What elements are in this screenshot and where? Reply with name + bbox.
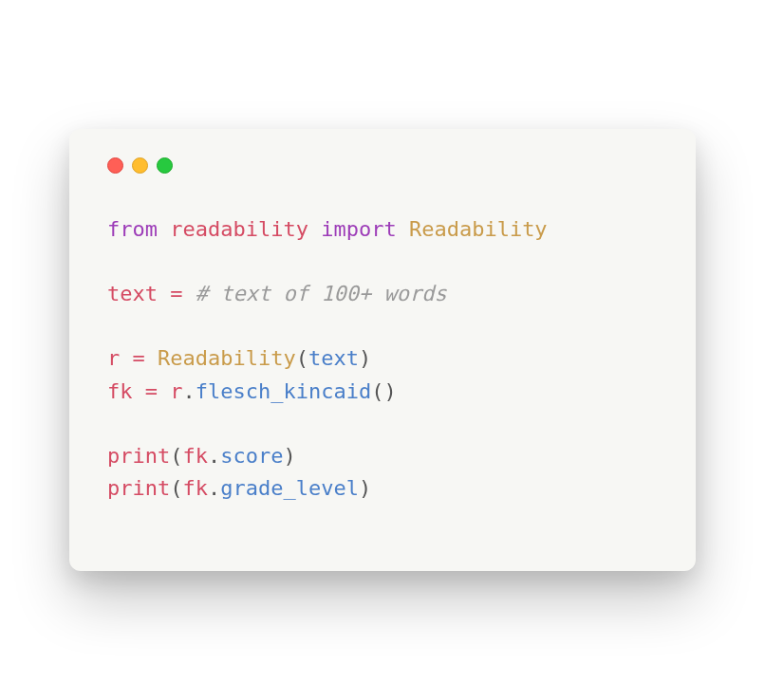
arg-text: text xyxy=(308,346,359,370)
assign-op: = xyxy=(158,282,196,305)
dot: . xyxy=(208,444,220,468)
obj-fk: fk xyxy=(182,444,208,468)
module-name: readability xyxy=(170,217,308,241)
paren-close: ) xyxy=(359,346,371,370)
keyword-import: import xyxy=(321,217,396,241)
var-fk: fk xyxy=(107,379,133,403)
paren-open: ( xyxy=(170,476,182,500)
keyword-from: from xyxy=(107,217,158,241)
var-text: text xyxy=(107,282,158,305)
comment: # text of 100+ words xyxy=(196,282,447,305)
class-name: Readability xyxy=(409,217,548,241)
paren-open: ( xyxy=(170,444,182,468)
attr-score: score xyxy=(220,444,283,468)
assign-op: = xyxy=(120,346,158,370)
var-r: r xyxy=(107,346,120,370)
window-titlebar xyxy=(107,157,658,174)
obj-r: r xyxy=(170,379,182,403)
paren-close: ) xyxy=(359,476,371,500)
fn-print: print xyxy=(107,476,170,500)
attr-grade-level: grade_level xyxy=(220,476,359,500)
close-icon[interactable] xyxy=(107,157,123,174)
parens: () xyxy=(371,379,397,403)
code-window: from readability import Readability text… xyxy=(69,129,696,571)
method-flesch-kincaid: flesch_kincaid xyxy=(196,379,371,403)
class-call: Readability xyxy=(158,346,296,370)
code-block: from readability import Readability text… xyxy=(107,213,658,505)
minimize-icon[interactable] xyxy=(132,157,148,174)
paren-open: ( xyxy=(296,346,308,370)
fn-print: print xyxy=(107,444,170,468)
maximize-icon[interactable] xyxy=(157,157,173,174)
obj-fk: fk xyxy=(182,476,208,500)
dot: . xyxy=(183,379,196,403)
assign-op: = xyxy=(133,379,171,403)
dot: . xyxy=(208,476,220,500)
paren-close: ) xyxy=(283,444,295,468)
